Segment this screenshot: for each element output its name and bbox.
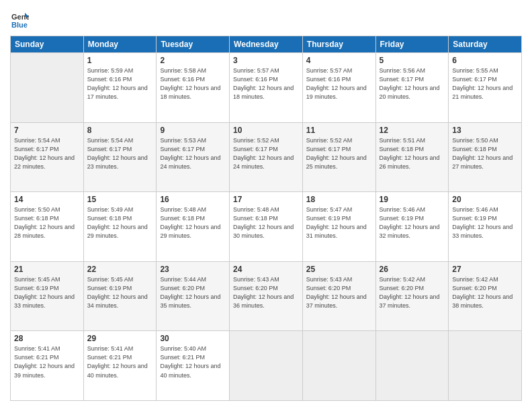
day-number: 14 bbox=[14, 195, 80, 204]
calendar-cell bbox=[302, 331, 375, 401]
day-number: 5 bbox=[380, 56, 445, 65]
cell-info: Sunrise: 5:56 AMSunset: 6:17 PMDaylight:… bbox=[380, 66, 445, 101]
day-number: 26 bbox=[380, 265, 445, 274]
cell-info: Sunrise: 5:57 AMSunset: 6:16 PMDaylight:… bbox=[306, 66, 372, 101]
calendar-cell: 5Sunrise: 5:56 AMSunset: 6:17 PMDaylight… bbox=[375, 53, 449, 123]
calendar-cell: 6Sunrise: 5:55 AMSunset: 6:17 PMDaylight… bbox=[449, 53, 522, 123]
cell-info: Sunrise: 5:41 AMSunset: 6:21 PMDaylight:… bbox=[14, 345, 80, 379]
calendar-cell: 3Sunrise: 5:57 AMSunset: 6:16 PMDaylight… bbox=[230, 53, 303, 123]
cell-info: Sunrise: 5:52 AMSunset: 6:17 PMDaylight:… bbox=[233, 136, 299, 171]
calendar-week-1: 7Sunrise: 5:54 AMSunset: 6:17 PMDaylight… bbox=[11, 122, 522, 192]
calendar-week-0: 1Sunrise: 5:59 AMSunset: 6:16 PMDaylight… bbox=[11, 53, 522, 123]
cell-info: Sunrise: 5:51 AMSunset: 6:18 PMDaylight:… bbox=[380, 136, 445, 171]
calendar-cell: 22Sunrise: 5:45 AMSunset: 6:19 PMDayligh… bbox=[83, 261, 157, 331]
cell-info: Sunrise: 5:54 AMSunset: 6:17 PMDaylight:… bbox=[87, 136, 153, 171]
day-header-thursday: Thursday bbox=[302, 36, 375, 53]
calendar-week-2: 14Sunrise: 5:50 AMSunset: 6:18 PMDayligh… bbox=[11, 192, 522, 262]
cell-info: Sunrise: 5:49 AMSunset: 6:18 PMDaylight:… bbox=[87, 205, 153, 240]
calendar-cell: 28Sunrise: 5:41 AMSunset: 6:21 PMDayligh… bbox=[11, 331, 84, 401]
cell-info: Sunrise: 5:57 AMSunset: 6:16 PMDaylight:… bbox=[233, 66, 299, 101]
day-number: 6 bbox=[452, 56, 518, 65]
day-header-tuesday: Tuesday bbox=[157, 36, 230, 53]
cell-info: Sunrise: 5:58 AMSunset: 6:16 PMDaylight:… bbox=[160, 66, 226, 101]
day-number: 25 bbox=[306, 265, 372, 274]
cell-info: Sunrise: 5:46 AMSunset: 6:19 PMDaylight:… bbox=[452, 205, 518, 240]
day-number: 18 bbox=[306, 195, 372, 204]
calendar-cell: 23Sunrise: 5:44 AMSunset: 6:20 PMDayligh… bbox=[157, 261, 230, 331]
day-number: 10 bbox=[233, 126, 299, 135]
calendar-cell: 21Sunrise: 5:45 AMSunset: 6:19 PMDayligh… bbox=[11, 261, 84, 331]
cell-info: Sunrise: 5:45 AMSunset: 6:19 PMDaylight:… bbox=[87, 275, 153, 310]
calendar-cell: 30Sunrise: 5:40 AMSunset: 6:21 PMDayligh… bbox=[157, 331, 230, 401]
calendar-header-row: SundayMondayTuesdayWednesdayThursdayFrid… bbox=[11, 36, 522, 53]
calendar-cell: 13Sunrise: 5:50 AMSunset: 6:18 PMDayligh… bbox=[449, 122, 522, 192]
day-number: 8 bbox=[87, 126, 153, 135]
day-header-friday: Friday bbox=[375, 36, 449, 53]
calendar-cell: 11Sunrise: 5:52 AMSunset: 6:17 PMDayligh… bbox=[302, 122, 375, 192]
calendar-cell: 19Sunrise: 5:46 AMSunset: 6:19 PMDayligh… bbox=[375, 192, 449, 262]
calendar-cell: 16Sunrise: 5:48 AMSunset: 6:18 PMDayligh… bbox=[157, 192, 230, 262]
day-header-monday: Monday bbox=[83, 36, 157, 53]
day-number: 16 bbox=[160, 195, 226, 204]
calendar-cell: 2Sunrise: 5:58 AMSunset: 6:16 PMDaylight… bbox=[157, 53, 230, 123]
day-number: 17 bbox=[233, 195, 299, 204]
calendar-cell: 8Sunrise: 5:54 AMSunset: 6:17 PMDaylight… bbox=[83, 122, 157, 192]
header: General Blue bbox=[10, 10, 522, 29]
day-number: 23 bbox=[160, 265, 226, 274]
day-number: 4 bbox=[306, 56, 372, 65]
cell-info: Sunrise: 5:46 AMSunset: 6:19 PMDaylight:… bbox=[380, 205, 445, 240]
cell-info: Sunrise: 5:50 AMSunset: 6:18 PMDaylight:… bbox=[14, 205, 80, 240]
cell-info: Sunrise: 5:54 AMSunset: 6:17 PMDaylight:… bbox=[14, 136, 80, 171]
day-number: 20 bbox=[452, 195, 518, 204]
day-number: 28 bbox=[14, 334, 80, 343]
day-number: 30 bbox=[160, 334, 226, 343]
calendar-cell: 25Sunrise: 5:43 AMSunset: 6:20 PMDayligh… bbox=[302, 261, 375, 331]
cell-info: Sunrise: 5:48 AMSunset: 6:18 PMDaylight:… bbox=[233, 205, 299, 240]
calendar-cell: 18Sunrise: 5:47 AMSunset: 6:19 PMDayligh… bbox=[302, 192, 375, 262]
calendar-week-3: 21Sunrise: 5:45 AMSunset: 6:19 PMDayligh… bbox=[11, 261, 522, 331]
calendar-cell bbox=[375, 331, 449, 401]
day-number: 2 bbox=[160, 56, 226, 65]
cell-info: Sunrise: 5:40 AMSunset: 6:21 PMDaylight:… bbox=[160, 345, 226, 379]
cell-info: Sunrise: 5:43 AMSunset: 6:20 PMDaylight:… bbox=[306, 275, 372, 310]
day-header-wednesday: Wednesday bbox=[230, 36, 303, 53]
cell-info: Sunrise: 5:42 AMSunset: 6:20 PMDaylight:… bbox=[380, 275, 445, 310]
day-number: 24 bbox=[233, 265, 299, 274]
calendar-cell: 1Sunrise: 5:59 AMSunset: 6:16 PMDaylight… bbox=[83, 53, 157, 123]
cell-info: Sunrise: 5:53 AMSunset: 6:17 PMDaylight:… bbox=[160, 136, 226, 171]
cell-info: Sunrise: 5:48 AMSunset: 6:18 PMDaylight:… bbox=[160, 205, 226, 240]
day-number: 3 bbox=[233, 56, 299, 65]
cell-info: Sunrise: 5:47 AMSunset: 6:19 PMDaylight:… bbox=[306, 205, 372, 240]
logo: General Blue bbox=[10, 10, 32, 29]
cell-info: Sunrise: 5:41 AMSunset: 6:21 PMDaylight:… bbox=[87, 345, 153, 379]
day-number: 29 bbox=[87, 334, 153, 343]
day-header-sunday: Sunday bbox=[11, 36, 84, 53]
day-number: 15 bbox=[87, 195, 153, 204]
day-number: 19 bbox=[380, 195, 445, 204]
day-header-saturday: Saturday bbox=[449, 36, 522, 53]
calendar-week-4: 28Sunrise: 5:41 AMSunset: 6:21 PMDayligh… bbox=[11, 331, 522, 401]
day-number: 7 bbox=[14, 126, 80, 135]
svg-text:Blue: Blue bbox=[11, 21, 28, 29]
calendar-cell: 24Sunrise: 5:43 AMSunset: 6:20 PMDayligh… bbox=[230, 261, 303, 331]
calendar-cell: 26Sunrise: 5:42 AMSunset: 6:20 PMDayligh… bbox=[375, 261, 449, 331]
day-number: 21 bbox=[14, 265, 80, 274]
day-number: 11 bbox=[306, 126, 372, 135]
day-number: 27 bbox=[452, 265, 518, 274]
calendar-cell: 17Sunrise: 5:48 AMSunset: 6:18 PMDayligh… bbox=[230, 192, 303, 262]
calendar-cell bbox=[11, 53, 84, 123]
day-number: 1 bbox=[87, 56, 153, 65]
cell-info: Sunrise: 5:50 AMSunset: 6:18 PMDaylight:… bbox=[452, 136, 518, 171]
page: General Blue SundayMondayTuesdayWednesda… bbox=[0, 0, 532, 411]
calendar-table: SundayMondayTuesdayWednesdayThursdayFrid… bbox=[10, 36, 522, 401]
cell-info: Sunrise: 5:59 AMSunset: 6:16 PMDaylight:… bbox=[87, 66, 153, 101]
day-number: 9 bbox=[160, 126, 226, 135]
cell-info: Sunrise: 5:45 AMSunset: 6:19 PMDaylight:… bbox=[14, 275, 80, 310]
day-number: 12 bbox=[380, 126, 445, 135]
calendar-cell: 29Sunrise: 5:41 AMSunset: 6:21 PMDayligh… bbox=[83, 331, 157, 401]
calendar-cell: 7Sunrise: 5:54 AMSunset: 6:17 PMDaylight… bbox=[11, 122, 84, 192]
calendar-cell: 10Sunrise: 5:52 AMSunset: 6:17 PMDayligh… bbox=[230, 122, 303, 192]
calendar-cell: 14Sunrise: 5:50 AMSunset: 6:18 PMDayligh… bbox=[11, 192, 84, 262]
calendar-cell: 9Sunrise: 5:53 AMSunset: 6:17 PMDaylight… bbox=[157, 122, 230, 192]
calendar-cell: 20Sunrise: 5:46 AMSunset: 6:19 PMDayligh… bbox=[449, 192, 522, 262]
